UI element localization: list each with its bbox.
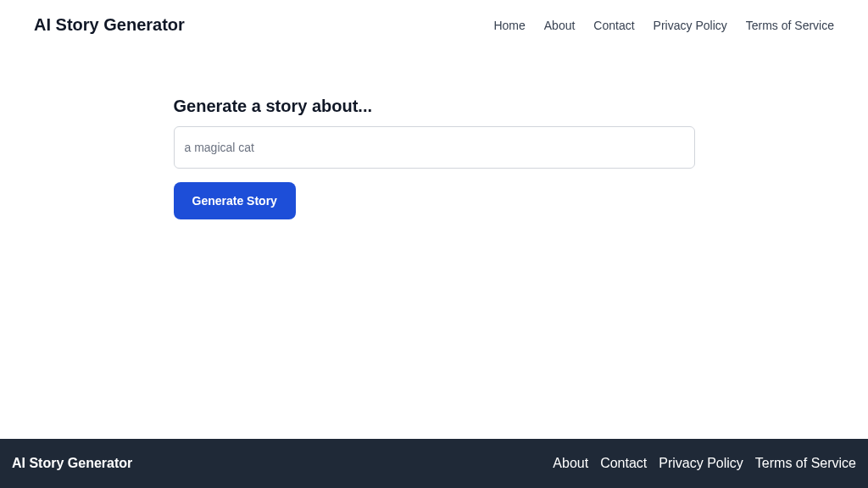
footer-nav: About Contact Privacy Policy Terms of Se… [553,456,856,471]
footer-nav-privacy-policy[interactable]: Privacy Policy [659,456,743,471]
footer-nav-contact[interactable]: Contact [600,456,647,471]
nav-about[interactable]: About [544,19,576,32]
brand-title: AI Story Generator [34,15,185,35]
footer-nav-about[interactable]: About [553,456,588,471]
prompt-heading: Generate a story about... [174,97,695,116]
top-nav: Home About Contact Privacy Policy Terms … [493,19,834,32]
nav-privacy-policy[interactable]: Privacy Policy [654,19,727,32]
nav-home[interactable]: Home [493,19,525,32]
header: AI Story Generator Home About Contact Pr… [0,0,868,50]
footer-brand: AI Story Generator [12,456,132,471]
footer-nav-terms-of-service[interactable]: Terms of Service [755,456,856,471]
footer: AI Story Generator About Contact Privacy… [0,439,868,488]
nav-terms-of-service[interactable]: Terms of Service [746,19,834,32]
story-form: Generate a story about... Generate Story [174,97,695,439]
nav-contact[interactable]: Contact [593,19,634,32]
prompt-input[interactable] [174,126,695,169]
generate-story-button[interactable]: Generate Story [174,182,296,219]
main-content: Generate a story about... Generate Story [0,50,868,439]
